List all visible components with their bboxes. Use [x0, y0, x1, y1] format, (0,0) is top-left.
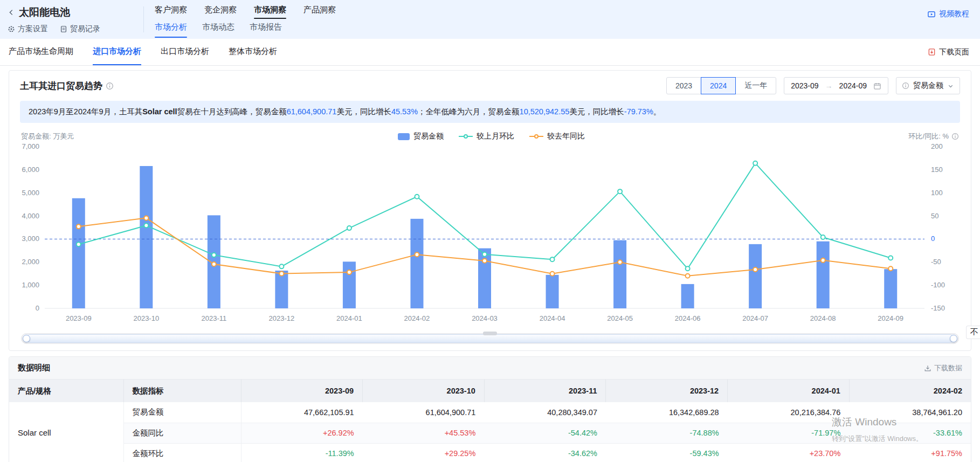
- year-2023-button[interactable]: 2023: [666, 77, 701, 94]
- sub-tab-market-dynamics[interactable]: 市场动态: [202, 22, 234, 35]
- header-divider: [143, 6, 144, 32]
- table-row: 金额环比-11.39%+29.25%-34.62%-59.43%+23.70%+…: [9, 443, 971, 462]
- nav-tab-import-market-analysis[interactable]: 进口市场分析: [93, 39, 141, 65]
- nav-tab-export-market-analysis[interactable]: 出口市场分析: [161, 39, 209, 65]
- legend-swatch-icon: [459, 136, 473, 137]
- video-tutorial-link[interactable]: 视频教程: [927, 9, 969, 19]
- trade-records-button[interactable]: 贸易记录: [60, 24, 100, 34]
- table-row: 金额同比+26.92%+45.53%-54.42%-74.88%-71.97%-…: [9, 423, 971, 443]
- date-range-picker[interactable]: 2023-09 → 2024-09: [784, 77, 888, 94]
- side-floating-button[interactable]: 不: [966, 326, 980, 339]
- column-header: 2024-01: [728, 380, 850, 402]
- chart-title-info-icon[interactable]: [106, 82, 114, 90]
- year-range-button-group: 20232024近一年: [666, 77, 776, 94]
- top-tab-customer-insight[interactable]: 客户洞察: [155, 5, 187, 16]
- legend-label: 较上月环比: [477, 132, 514, 141]
- top-tab-competitor-insight[interactable]: 竞企洞察: [204, 5, 237, 16]
- left-axis: 01,0002,0003,0004,0005,0006,0007,000: [22, 142, 39, 312]
- range-arrow-icon: →: [825, 81, 833, 90]
- chart-zoom-slider[interactable]: [21, 333, 959, 344]
- scheme-settings-button[interactable]: 方案设置: [8, 24, 48, 34]
- column-header: 产品/规格: [9, 380, 123, 402]
- legend-marker-icon: [464, 134, 468, 139]
- nav-tab-product-lifecycle[interactable]: 产品市场生命周期: [9, 39, 73, 65]
- top-tab-product-insight[interactable]: 产品洞察: [303, 5, 336, 16]
- summary-segment: -79.73%: [624, 107, 653, 116]
- summary-segment: 2023年9月至2024年9月，土耳其: [29, 107, 142, 116]
- chevron-down-icon: [947, 82, 954, 89]
- metric-info-icon: [902, 82, 909, 89]
- legend-item-mom[interactable]: 较上月环比: [459, 132, 514, 141]
- svg-text:-100: -100: [931, 281, 945, 289]
- legend-item-trade-amount[interactable]: 贸易金额: [398, 132, 444, 141]
- chart-title: 土耳其进口贸易趋势: [20, 80, 102, 92]
- zoom-grip[interactable]: [483, 332, 497, 335]
- metric-cell: 贸易金额: [123, 402, 241, 423]
- download-page-button[interactable]: 下载页面: [928, 47, 969, 57]
- right-axis-info-icon[interactable]: [951, 133, 959, 140]
- trend-chart-card: 土耳其进口贸易趋势 20232024近一年 2023-09 → 2024-09 …: [9, 70, 971, 351]
- sub-tab-market-analysis[interactable]: 市场分析: [155, 22, 187, 35]
- video-tutorial-label: 视频教程: [939, 9, 969, 19]
- svg-text:1,000: 1,000: [22, 281, 39, 289]
- value-cell: -11.39%: [241, 443, 363, 462]
- left-axis-unit-label: 贸易金额: 万美元: [21, 132, 74, 141]
- download-data-button[interactable]: 下载数据: [924, 363, 962, 373]
- zoom-handle-right[interactable]: [950, 335, 957, 342]
- value-cell: 38,764,961.20: [849, 402, 971, 423]
- summary-segment: 美元，同比增长: [336, 107, 391, 116]
- import-trend-chart: 01,0002,0003,0004,0005,0006,0007,0002001…: [12, 142, 967, 327]
- recent-year-button[interactable]: 近一年: [735, 77, 776, 94]
- svg-text:2023-11: 2023-11: [201, 314, 226, 322]
- column-header: 2023-10: [363, 380, 485, 402]
- value-cell: 47,662,105.91: [241, 402, 363, 423]
- value-cell: +23.70%: [728, 443, 850, 462]
- metric-select-value: 贸易金额: [913, 81, 943, 91]
- legend-item-yoy[interactable]: 较去年同比: [529, 132, 585, 141]
- table-row: Solar cell贸易金额47,662,105.9161,604,900.71…: [9, 402, 971, 423]
- chart-legend: 贸易金额较上月环比较去年同比: [74, 132, 908, 141]
- year-2024-button[interactable]: 2024: [701, 77, 736, 94]
- sub-tab-market-report[interactable]: 市场报告: [250, 22, 282, 35]
- nav-tab-overall-market-analysis[interactable]: 整体市场分析: [229, 39, 277, 65]
- back-icon[interactable]: [8, 9, 15, 16]
- insight-tabs: 客户洞察竞企洞察市场洞察产品洞察: [155, 5, 336, 16]
- legend-swatch-icon: [529, 136, 543, 137]
- metric-cell: 金额环比: [123, 443, 241, 462]
- value-cell: -34.62%: [484, 443, 606, 462]
- value-cell: -59.43%: [606, 443, 728, 462]
- header-left-block: 太阳能电池 方案设置 贸易记录: [8, 0, 143, 39]
- svg-text:2023-10: 2023-10: [133, 314, 159, 322]
- summary-segment: 61,604,900.71: [287, 107, 337, 116]
- value-cell: 40,280,349.07: [484, 402, 606, 423]
- value-cell: 20,216,384.76: [728, 402, 850, 423]
- summary-segment: 。: [653, 107, 661, 116]
- svg-text:2024-09: 2024-09: [878, 314, 903, 322]
- zoom-handle-left[interactable]: [23, 335, 30, 342]
- column-header: 2023-12: [606, 380, 728, 402]
- svg-text:150: 150: [931, 166, 943, 174]
- x-axis: 2023-092023-102023-112023-122024-012024-…: [66, 314, 903, 322]
- svg-text:-50: -50: [931, 258, 941, 266]
- product-cell: Solar cell: [9, 402, 123, 462]
- metric-select[interactable]: 贸易金额: [896, 77, 960, 94]
- download-data-icon: [924, 364, 931, 372]
- legend-marker-icon: [534, 134, 539, 139]
- analysis-nav: 产品市场生命周期进口市场分析出口市场分析整体市场分析 下载页面: [0, 39, 980, 66]
- video-icon: [927, 10, 936, 18]
- download-page-label: 下载页面: [939, 47, 969, 57]
- side-floating-label: 不: [970, 327, 978, 336]
- svg-text:4,000: 4,000: [22, 212, 39, 220]
- zoom-selected-range[interactable]: [26, 334, 954, 343]
- summary-segment: ；全年低峰为六月，贸易金额: [418, 107, 520, 116]
- market-sub-tabs: 市场分析市场动态市场报告: [155, 22, 336, 35]
- value-cell: 61,604,900.71: [363, 402, 485, 423]
- svg-text:2024-01: 2024-01: [336, 314, 362, 322]
- data-detail-table: 产品/规格数据指标2023-092023-102023-112023-12202…: [9, 380, 971, 462]
- summary-segment: 45.53%: [391, 107, 418, 116]
- svg-text:2024-08: 2024-08: [810, 314, 836, 322]
- top-tab-market-insight[interactable]: 市场洞察: [254, 5, 286, 16]
- scheme-settings-label: 方案设置: [18, 24, 48, 34]
- right-axis: 200150100500-50-100-150: [931, 142, 945, 312]
- value-cell: -74.88%: [606, 423, 728, 443]
